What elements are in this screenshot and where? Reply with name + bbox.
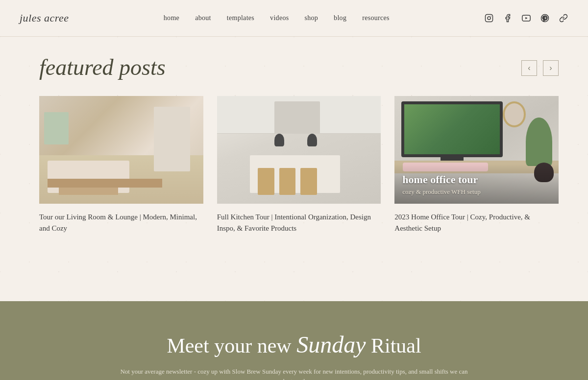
- newsletter-section: Meet your new Sunday Ritual Not your ave…: [0, 301, 588, 380]
- posts-grid: Tour our Living Room & Lounge | Modern, …: [39, 96, 559, 234]
- social-links: [484, 13, 568, 23]
- post-title-kitchen: Full Kitchen Tour | Intentional Organiza…: [217, 212, 381, 234]
- featured-posts-section: featured posts ‹ › Tour our Living Room …: [0, 37, 588, 301]
- instagram-icon[interactable]: [484, 13, 494, 23]
- nav-resources[interactable]: resources: [362, 14, 390, 22]
- nav-about[interactable]: about: [195, 14, 211, 22]
- newsletter-heading-script: Sunday: [296, 332, 366, 357]
- newsletter-heading: Meet your new Sunday Ritual: [20, 331, 568, 359]
- next-arrow[interactable]: ›: [543, 60, 559, 76]
- pinterest-icon[interactable]: [540, 13, 550, 23]
- post-card-kitchen[interactable]: Full Kitchen Tour | Intentional Organiza…: [217, 96, 381, 234]
- prev-arrow[interactable]: ‹: [521, 60, 537, 76]
- post-card-living-room[interactable]: Tour our Living Room & Lounge | Modern, …: [39, 96, 203, 234]
- office-overlay-subtitle: cozy & productive WFH setup: [402, 188, 551, 196]
- nav-videos[interactable]: videos: [270, 14, 289, 22]
- nav-shop[interactable]: shop: [304, 14, 318, 22]
- site-header: jules acree home about templates videos …: [0, 0, 588, 37]
- carousel-nav: ‹ ›: [521, 60, 559, 76]
- nav-home[interactable]: home: [164, 14, 179, 22]
- post-image-office: home office tour cozy & productive WFH s…: [394, 96, 559, 204]
- nav-templates[interactable]: templates: [227, 14, 254, 22]
- newsletter-heading-part2: Ritual: [366, 334, 421, 357]
- post-title-office: 2023 Home Office Tour | Cozy, Productive…: [394, 212, 559, 234]
- newsletter-subtext: Not your average newsletter - cozy up wi…: [118, 367, 470, 380]
- svg-point-2: [490, 16, 491, 17]
- post-image-kitchen: [217, 96, 381, 204]
- featured-title: featured posts: [39, 56, 559, 79]
- nav-blog[interactable]: blog: [334, 14, 346, 22]
- post-title-living-room: Tour our Living Room & Lounge | Modern, …: [39, 212, 203, 234]
- post-card-office[interactable]: home office tour cozy & productive WFH s…: [394, 96, 559, 234]
- newsletter-heading-part1: Meet your new: [167, 334, 296, 357]
- link-icon[interactable]: [559, 13, 568, 23]
- post-image-living-room: [39, 96, 203, 204]
- office-overlay-title: home office tour: [402, 173, 551, 186]
- youtube-icon[interactable]: [521, 13, 531, 23]
- svg-rect-0: [485, 15, 492, 22]
- site-logo[interactable]: jules acree: [20, 12, 69, 24]
- facebook-icon[interactable]: [503, 13, 513, 23]
- svg-marker-3: [525, 17, 527, 20]
- main-nav: home about templates videos shop blog re…: [164, 14, 390, 22]
- svg-point-1: [488, 17, 490, 20]
- office-overlay: home office tour cozy & productive WFH s…: [394, 164, 559, 204]
